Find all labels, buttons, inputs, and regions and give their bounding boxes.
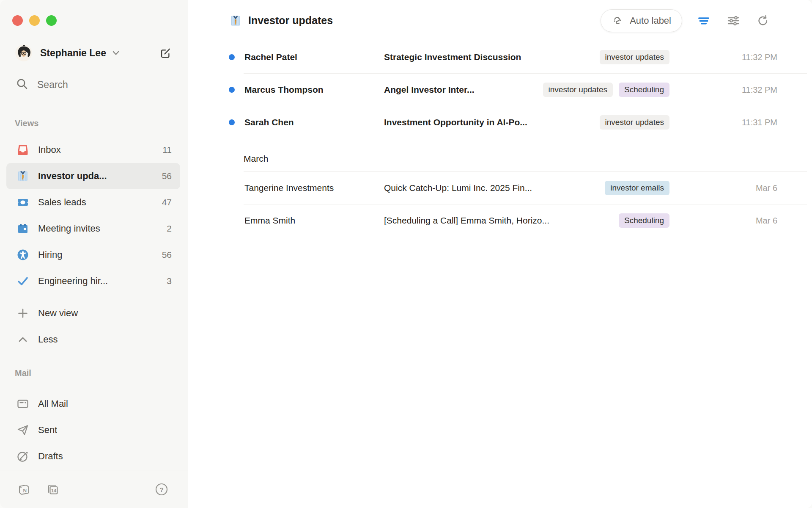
email-sender: Emma Smith	[244, 215, 373, 226]
group-header-march: March	[188, 138, 812, 171]
refresh-icon[interactable]	[755, 13, 771, 29]
sidebar-item-count: 3	[167, 276, 172, 286]
help-button[interactable]: ?	[154, 482, 169, 497]
email-sender: Marcus Thompson	[244, 85, 373, 95]
email-subject: [Scheduling a Call] Emma Smith, Horizo..…	[384, 215, 549, 226]
email-subject: Strategic Investment Discussion	[384, 52, 521, 62]
all-mail-icon	[16, 398, 29, 410]
sidebar-item-count: 56	[162, 171, 172, 181]
email-subject-area: Quick Catch-Up: Lumi Inc. 2025 Fin... in…	[384, 181, 669, 195]
chevron-up-icon	[16, 333, 29, 346]
email-tags: investor updates	[591, 50, 669, 64]
search-icon	[16, 77, 28, 92]
notion-icon[interactable]: N	[17, 482, 31, 497]
email-sender: Tangerine Investments	[244, 183, 373, 193]
email-time: Mar 6	[669, 216, 777, 226]
inbox-icon	[16, 144, 29, 156]
sidebar-item-label: Drafts	[38, 451, 63, 462]
zoom-window-button[interactable]	[46, 15, 57, 26]
email-tags: investor emails	[596, 181, 669, 195]
header-actions: Auto label	[601, 9, 771, 32]
accessibility-icon	[16, 248, 29, 261]
filter-icon[interactable]	[696, 13, 712, 29]
sidebar-item-label: New view	[38, 308, 78, 319]
sidebar-item-label: Meeting invites	[38, 223, 100, 234]
unread-dot	[229, 119, 235, 125]
necktie-icon	[16, 170, 29, 182]
sidebar-item-count: 56	[162, 250, 172, 260]
tag-scheduling[interactable]: Scheduling	[619, 213, 669, 228]
sidebar-item-inbox[interactable]: Inbox 11	[6, 137, 180, 163]
tag-investor-updates[interactable]: investor updates	[600, 115, 669, 130]
close-window-button[interactable]	[12, 15, 23, 26]
sidebar-footer: N 14 ?	[0, 470, 188, 508]
check-icon	[16, 275, 29, 287]
sidebar-item-label: All Mail	[38, 398, 68, 409]
sidebar-item-sent[interactable]: Sent	[6, 417, 180, 443]
avatar[interactable]	[15, 44, 32, 61]
profile-name[interactable]: Stephanie Lee	[40, 47, 106, 59]
search-button[interactable]: Search	[0, 75, 188, 94]
email-row-tangerine-investments[interactable]: Tangerine Investments Quick Catch-Up: Lu…	[188, 172, 812, 204]
tag-scheduling[interactable]: Scheduling	[619, 83, 669, 97]
email-row-rachel-patel[interactable]: Rachel Patel Strategic Investment Discus…	[188, 41, 812, 73]
sidebar-item-engineering-hir[interactable]: Engineering hir... 3	[6, 268, 180, 294]
sidebar-item-label: Engineering hir...	[38, 276, 108, 287]
email-time: 11:32 PM	[669, 52, 777, 62]
email-row-sarah-chen[interactable]: Sarah Chen Investment Opportunity in AI-…	[188, 106, 812, 138]
view-title: Investor updates	[248, 14, 333, 27]
mail-list: All Mail Sent Drafts	[0, 391, 188, 469]
auto-label-button[interactable]: Auto label	[601, 9, 682, 32]
sidebar-item-label: Hiring	[38, 249, 62, 260]
email-time: Mar 6	[669, 183, 777, 193]
plus-icon	[16, 307, 29, 320]
sidebar-item-less[interactable]: Less	[6, 326, 180, 353]
notion-calendar-icon[interactable]: 14	[46, 482, 60, 497]
sidebar: Stephanie Lee Search Views	[0, 0, 188, 508]
tag-investor-emails[interactable]: investor emails	[605, 181, 669, 195]
tag-investor-updates[interactable]: investor updates	[600, 50, 669, 64]
unread-dot	[229, 87, 235, 93]
svg-text:?: ?	[159, 486, 163, 493]
sidebar-item-investor-upda[interactable]: Investor upda... 56	[6, 163, 180, 189]
svg-text:14: 14	[51, 488, 57, 493]
sidebar-item-meeting-invites[interactable]: Meeting invites 2	[6, 215, 180, 242]
sidebar-item-label: Sales leads	[38, 197, 86, 208]
email-row-emma-smith[interactable]: Emma Smith [Scheduling a Call] Emma Smit…	[188, 204, 812, 237]
profile-row: Stephanie Lee	[0, 43, 188, 63]
sidebar-item-label: Inbox	[38, 144, 61, 155]
sidebar-item-drafts[interactable]: Drafts	[6, 443, 180, 469]
email-tags: investor updates	[591, 115, 669, 130]
minimize-window-button[interactable]	[29, 15, 40, 26]
sidebar-item-hiring[interactable]: Hiring 56	[6, 242, 180, 268]
unread-dot	[229, 54, 235, 60]
sidebar-item-label: Less	[38, 334, 58, 345]
views-actions: New view Less	[0, 300, 188, 353]
email-row-marcus-thompson[interactable]: Marcus Thompson Angel Investor Inter... …	[188, 74, 812, 106]
sidebar-item-sales-leads[interactable]: Sales leads 47	[6, 189, 180, 215]
main-panel: Investor updates Auto label	[188, 0, 812, 508]
sidebar-item-all-mail[interactable]: All Mail	[6, 391, 180, 417]
email-subject: Investment Opportunity in AI-Po...	[384, 117, 527, 127]
sidebar-item-count: 11	[162, 145, 172, 155]
email-time: 11:31 PM	[669, 118, 777, 127]
search-label: Search	[37, 79, 68, 91]
sidebar-item-new-view[interactable]: New view	[6, 300, 180, 326]
email-subject-area: Strategic Investment Discussion investor…	[384, 50, 669, 64]
main-header: Investor updates Auto label	[188, 0, 812, 41]
compose-button[interactable]	[159, 47, 171, 59]
sidebar-item-label: Investor upda...	[38, 171, 107, 182]
tag-investor-updates[interactable]: investor updates	[543, 83, 613, 97]
views-list: Inbox 11 Investor upda... 56 Sales leads…	[0, 137, 188, 294]
chevron-down-icon	[111, 48, 121, 58]
necktie-icon	[229, 14, 242, 27]
email-subject: Quick Catch-Up: Lumi Inc. 2025 Fin...	[384, 183, 532, 193]
display-options-icon[interactable]	[725, 13, 741, 29]
sidebar-item-count: 47	[162, 197, 172, 207]
sidebar-item-count: 2	[167, 224, 172, 234]
calendar-icon	[16, 222, 29, 235]
email-sender: Sarah Chen	[244, 117, 373, 127]
email-subject-area: [Scheduling a Call] Emma Smith, Horizo..…	[384, 213, 669, 228]
email-sender: Rachel Patel	[244, 52, 373, 62]
window-controls	[0, 0, 188, 26]
